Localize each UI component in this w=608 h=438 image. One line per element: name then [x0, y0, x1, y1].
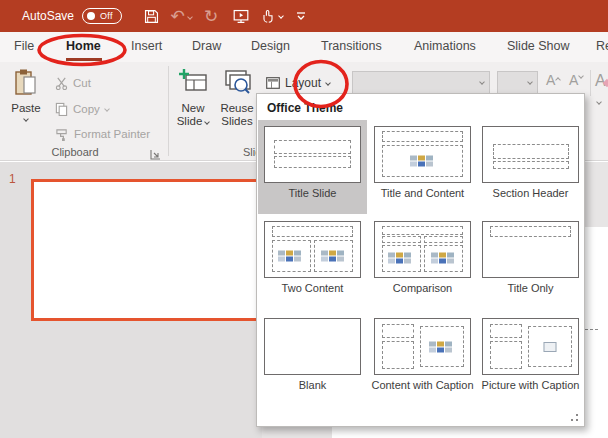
clear-formatting-button[interactable]: A — [595, 72, 608, 90]
layout-option-two-content[interactable]: Two Content — [258, 215, 367, 310]
tab-home[interactable]: Home — [66, 39, 101, 53]
paste-icon — [13, 68, 39, 98]
decrease-caret-icon — [579, 73, 585, 79]
decrease-font-size-glyph: A — [569, 72, 578, 88]
reuse-slides-label-line1: Reuse — [220, 102, 253, 115]
slide-1-thumbnail[interactable] — [31, 179, 260, 321]
copy-button[interactable]: Copy — [55, 98, 109, 120]
title-only-thumbnail — [482, 221, 579, 278]
font-name-dropdown-icon[interactable] — [479, 79, 485, 85]
toggle-knob-icon — [87, 12, 95, 20]
tab-design[interactable]: Design — [251, 39, 290, 53]
touch-mode-icon[interactable] — [258, 4, 284, 28]
redo-icon[interactable]: ↻ — [198, 4, 224, 28]
layout-option-label: Title Only — [479, 282, 583, 295]
font-name-combobox[interactable] — [352, 71, 490, 94]
clipboard-dialog-launcher-icon[interactable] — [150, 146, 162, 158]
ribbon-tab-bar: File Home Insert Draw Design Transitions… — [0, 32, 608, 62]
quick-access-toolbar: ↶ ↻ — [138, 4, 314, 28]
format-painter-icon — [55, 128, 69, 141]
title-slide-thumbnail — [264, 126, 361, 183]
gallery-resize-grip[interactable] — [576, 419, 578, 421]
format-painter-label: Format Painter — [74, 128, 150, 140]
increase-font-size-glyph: A — [546, 72, 555, 88]
copy-label: Copy — [73, 103, 100, 115]
new-slide-label-line1: New — [181, 102, 204, 115]
layout-option-label: Section Header — [479, 187, 583, 200]
comparison-thumbnail — [374, 221, 471, 278]
increase-font-size-button[interactable]: A — [546, 72, 560, 88]
autosave-state: Off — [100, 11, 113, 21]
layout-icon — [266, 77, 280, 89]
tab-draw[interactable]: Draw — [192, 39, 221, 53]
layout-option-label: Title Slide — [261, 187, 365, 200]
cut-button[interactable]: Cut — [55, 72, 91, 94]
blank-thumbnail — [264, 318, 361, 375]
new-slide-label-line2: Slide — [177, 115, 203, 128]
reuse-slides-icon — [222, 68, 252, 98]
picture-placeholder-icon — [543, 342, 556, 352]
layout-option-section-header[interactable]: Section Header — [476, 120, 585, 214]
tab-insert[interactable]: Insert — [131, 39, 162, 53]
cut-label: Cut — [73, 77, 91, 89]
paste-label: Paste — [11, 102, 40, 114]
layout-option-label: Two Content — [261, 282, 365, 295]
layout-button[interactable]: Layout — [262, 71, 334, 95]
section-header-thumbnail — [482, 126, 579, 183]
title-bar: AutoSave Off ↶ ↻ — [0, 0, 608, 32]
content-with-caption-thumbnail — [374, 318, 471, 375]
paste-button[interactable]: Paste — [6, 68, 46, 144]
reuse-slides-button[interactable]: Reuse Slides — [216, 68, 258, 128]
powerpoint-window: AutoSave Off ↶ ↻ File Home Inser — [0, 0, 608, 438]
layout-label: Layout — [285, 76, 321, 90]
tab-transitions[interactable]: Transitions — [321, 39, 382, 53]
picture-with-caption-thumbnail — [482, 318, 579, 375]
layout-option-title-only[interactable]: Title Only — [476, 215, 585, 310]
new-slide-button[interactable]: New Slide — [172, 68, 214, 128]
layout-option-blank[interactable]: Blank — [258, 312, 367, 420]
copy-dropdown-icon[interactable] — [104, 106, 110, 112]
save-icon[interactable] — [138, 4, 164, 28]
decrease-font-size-button[interactable]: A — [569, 72, 583, 88]
layout-option-label: Title and Content — [371, 187, 475, 200]
slide-number: 1 — [9, 172, 16, 186]
layout-option-label: Content with Caption — [371, 379, 475, 392]
layout-option-title-and-content[interactable]: Title and Content — [368, 120, 477, 214]
start-from-beginning-icon[interactable] — [228, 4, 254, 28]
new-slide-icon — [178, 68, 208, 98]
layout-option-label: Comparison — [371, 282, 475, 295]
layout-dropdown-icon[interactable] — [325, 80, 331, 86]
paste-dropdown-icon[interactable] — [23, 116, 29, 122]
undo-icon[interactable]: ↶ — [168, 4, 194, 28]
font-size-combobox[interactable] — [497, 71, 538, 94]
increase-caret-icon — [556, 77, 562, 83]
layout-option-content-with-caption[interactable]: Content with Caption — [368, 312, 477, 420]
font-tools-divider — [590, 70, 591, 96]
layout-option-label: Picture with Caption — [479, 379, 583, 392]
font-more-options-icon[interactable] — [596, 99, 602, 105]
tab-animations[interactable]: Animations — [414, 39, 476, 53]
tab-file[interactable]: File — [14, 39, 34, 53]
font-size-dropdown-icon[interactable] — [527, 79, 533, 85]
layout-option-comparison[interactable]: Comparison — [368, 215, 477, 310]
two-content-thumbnail — [264, 221, 361, 278]
layout-option-picture-with-caption[interactable]: Picture with Caption — [476, 312, 585, 420]
clipboard-group-label: Clipboard — [40, 146, 110, 158]
active-tab-underline — [66, 58, 102, 61]
touch-mode-dropdown-icon[interactable] — [278, 13, 284, 19]
tab-slide-show[interactable]: Slide Show — [507, 39, 570, 53]
undo-dropdown-icon[interactable] — [187, 14, 193, 20]
new-slide-dropdown-icon[interactable] — [204, 119, 210, 125]
customize-quick-access-toolbar-icon[interactable] — [288, 4, 314, 28]
group-divider — [168, 66, 169, 156]
cut-icon — [55, 77, 68, 90]
autosave-label: AutoSave — [22, 9, 74, 23]
autosave-toggle[interactable]: Off — [82, 8, 122, 24]
layout-option-title-slide[interactable]: Title Slide — [258, 120, 367, 214]
layout-gallery-dropdown: Office Theme Title Slide Title and Conte… — [256, 93, 585, 427]
copy-icon — [55, 102, 68, 116]
format-painter-button[interactable]: Format Painter — [55, 123, 150, 145]
slide-thumbnail-panel: 1 — [0, 162, 262, 438]
tab-review[interactable]: Review — [596, 39, 608, 53]
title-and-content-thumbnail — [374, 126, 471, 183]
